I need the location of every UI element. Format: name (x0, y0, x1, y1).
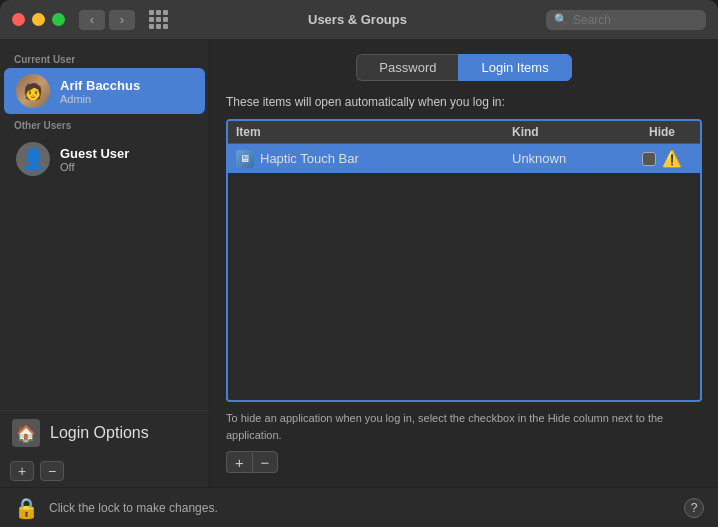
lock-icon[interactable]: 🔒 (14, 496, 39, 520)
add-item-button[interactable]: + (226, 451, 252, 473)
grid-icon[interactable] (149, 10, 169, 29)
cell-item: 🖥 Haptic Touch Bar (236, 150, 512, 168)
sidebar-remove-button[interactable]: − (40, 461, 64, 481)
cell-hide: ⚠️ (632, 149, 692, 168)
col-header-item: Item (236, 125, 512, 139)
minimize-button[interactable] (32, 13, 45, 26)
person-icon: 👤 (21, 147, 46, 171)
search-icon: 🔍 (554, 13, 568, 26)
guest-user-info: Guest User Off (60, 146, 129, 173)
window-title: Users & Groups (169, 12, 546, 27)
table-row[interactable]: 🖥 Haptic Touch Bar Unknown ⚠️ (228, 144, 700, 173)
tab-password[interactable]: Password (356, 54, 458, 81)
lock-label: Click the lock to make changes. (49, 501, 674, 515)
hide-checkbox[interactable] (642, 152, 656, 166)
right-panel: Password Login Items These items will op… (210, 40, 718, 487)
sidebar-bottom-buttons: + − (0, 455, 209, 487)
table-body: 🖥 Haptic Touch Bar Unknown ⚠️ (228, 144, 700, 400)
close-button[interactable] (12, 13, 25, 26)
back-button[interactable]: ‹ (79, 10, 105, 30)
other-users-label: Other Users (0, 114, 209, 134)
help-button[interactable]: ? (684, 498, 704, 518)
col-header-hide: Hide (632, 125, 692, 139)
table-header: Item Kind Hide (228, 121, 700, 144)
user-role: Admin (60, 93, 140, 105)
tabs: Password Login Items (226, 54, 702, 81)
traffic-lights (12, 13, 65, 26)
remove-item-button[interactable]: − (252, 451, 278, 473)
main-content: Current User 🧑 Arif Bacchus Admin Other … (0, 40, 718, 487)
avatar: 🧑 (16, 74, 50, 108)
house-icon: 🏠 (12, 419, 40, 447)
sidebar-add-button[interactable]: + (10, 461, 34, 481)
item-icon: 🖥 (236, 150, 254, 168)
search-input[interactable] (573, 13, 698, 27)
item-name: Haptic Touch Bar (260, 151, 359, 166)
login-options-item[interactable]: 🏠 Login Options (0, 410, 209, 455)
warning-icon: ⚠️ (662, 149, 682, 168)
current-user-label: Current User (0, 48, 209, 68)
bottom-bar: 🔒 Click the lock to make changes. ? (0, 487, 718, 527)
user-name: Arif Bacchus (60, 78, 140, 93)
tab-login-items[interactable]: Login Items (458, 54, 571, 81)
titlebar: ‹ › Users & Groups 🔍 (0, 0, 718, 40)
search-bar[interactable]: 🔍 (546, 10, 706, 30)
current-user-item[interactable]: 🧑 Arif Bacchus Admin (4, 68, 205, 114)
forward-button[interactable]: › (109, 10, 135, 30)
guest-user-item[interactable]: 👤 Guest User Off (4, 136, 205, 182)
col-header-kind: Kind (512, 125, 632, 139)
cell-kind: Unknown (512, 151, 632, 166)
avatar-image: 🧑 (16, 74, 50, 108)
guest-user-status: Off (60, 161, 129, 173)
add-remove-buttons: + − (226, 451, 702, 473)
maximize-button[interactable] (52, 13, 65, 26)
footer-note: To hide an application when you log in, … (226, 410, 702, 443)
sidebar: Current User 🧑 Arif Bacchus Admin Other … (0, 40, 210, 487)
description-text: These items will open automatically when… (226, 95, 702, 109)
login-items-table: Item Kind Hide 🖥 Haptic Touch Bar Unknow… (226, 119, 702, 402)
nav-buttons: ‹ › (79, 10, 135, 30)
login-options-label: Login Options (50, 424, 149, 442)
guest-user-name: Guest User (60, 146, 129, 161)
guest-avatar: 👤 (16, 142, 50, 176)
user-info: Arif Bacchus Admin (60, 78, 140, 105)
